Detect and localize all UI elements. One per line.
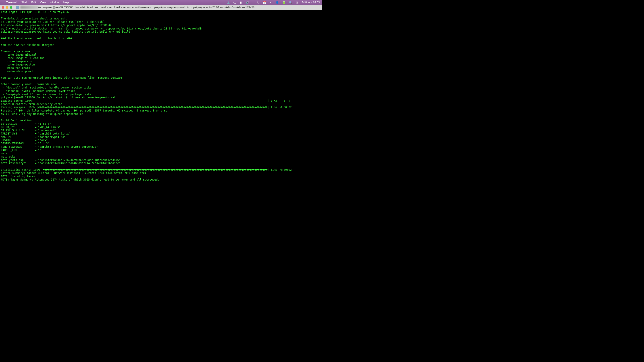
terminal-line — [1, 116, 321, 119]
terminal-line: NATIVELSBSTRING = "universal" — [1, 129, 321, 132]
terminal-line — [1, 79, 321, 83]
terminal-line: To update your account to use zsh, pleas… — [1, 20, 321, 24]
terminal-line: Loaded 0 entries from dependency cache. — [1, 103, 321, 106]
menu-edit[interactable]: Edit — [31, 1, 36, 4]
terminal-line: - 'devtool' and 'recipetool' handle comm… — [1, 86, 321, 89]
terminal-line: BB_VERSION = "1.52.0" — [1, 122, 321, 126]
terminal-line: pokyuser@aea48b293660:/workdir/rpi-build… — [1, 96, 321, 99]
terminal-note-line: NOTE: Executing Tasks — [1, 175, 321, 178]
terminal-line — [1, 165, 321, 168]
terminal-line: You can also run generated qemu images w… — [1, 76, 321, 79]
window-title: — pokyuser@aea48b293660: /workdir/rpi-bu… — [38, 6, 254, 9]
traffic-lights — [2, 6, 12, 9]
terminal-line: Other commonly useful commands are: — [1, 83, 321, 86]
menu-app[interactable]: Terminal — [6, 1, 17, 4]
terminal-line: You can now run 'bitbake <target>' — [1, 43, 321, 47]
menu-window[interactable]: Window — [50, 1, 59, 4]
terminal-line: BUILD_SYS = "x86_64-linux" — [1, 126, 321, 129]
terminal-line: core-image-minimal — [1, 53, 321, 56]
pause-icon[interactable]: ⏸ — [240, 1, 242, 4]
menu-shell[interactable]: Shell — [21, 1, 27, 4]
terminal-line: wp-2:~ walter.prechtl$ docker run --rm -… — [1, 27, 321, 30]
terminal-line: TARGET_SYS = "aarch64-poky-linux" — [1, 132, 321, 135]
terminal-line — [1, 73, 321, 76]
terminal-line: meta-poky — [1, 155, 321, 158]
menubar-left: Terminal Shell Edit View Window Help — [2, 1, 69, 4]
terminal-content[interactable]: Last login: Fri Apr 8 08:53:07 on ttys00… — [0, 10, 322, 181]
terminal-line: Sstate summary: Wanted 3 Local 1 Network… — [1, 171, 321, 175]
terminal-line: core-image-weston — [1, 63, 321, 66]
user-icon[interactable]: 👤 — [276, 1, 279, 4]
maximize-button[interactable] — [10, 6, 12, 9]
close-button[interactable] — [2, 6, 4, 9]
wifi-icon[interactable]: ᯤ — [270, 1, 272, 4]
terminal-line: Parsing recipes: 100% |#################… — [1, 106, 321, 109]
terminal-line — [1, 40, 321, 43]
terminal-line: meta — [1, 152, 321, 155]
minimize-button[interactable] — [6, 6, 8, 9]
terminal-line: - 'bitbake-layers' handles common layer … — [1, 89, 321, 93]
menu-help[interactable]: Help — [63, 1, 69, 4]
terminal-line: DISTRO_VERSION = "3.4.3" — [1, 142, 321, 145]
terminal-line: core-image-sato — [1, 60, 321, 63]
terminal-line — [1, 47, 321, 50]
terminal-note-line: NOTE: Tasks Summary: Attempted 3074 task… — [1, 178, 321, 181]
title-blurred-segment — [20, 6, 38, 9]
window-titlebar: — pokyuser@aea48b293660: /workdir/rpi-bu… — [0, 5, 322, 10]
terminal-line: Initialising tasks: 100% |##############… — [1, 168, 321, 172]
control-center-icon[interactable]: ⚙ — [296, 1, 298, 4]
terminal-line: meta-ide-support — [1, 70, 321, 73]
terminal-line: Common targets are: — [1, 50, 321, 53]
battery-icon[interactable]: 🔋 — [282, 1, 286, 4]
terminal-line: MACHINE = "raspberrypi4-64" — [1, 135, 321, 139]
terminal-line: - 'oe-pkgdata-util' handles common targe… — [1, 93, 321, 96]
folder-icon — [16, 6, 19, 9]
info-icon[interactable]: ⓘ — [234, 0, 236, 4]
terminal-line: Build Configuration: — [1, 119, 321, 122]
terminal-line: core-image-full-cmdline — [1, 56, 321, 60]
timemachine-icon[interactable]: ↻ — [257, 1, 260, 4]
docker-icon[interactable]: ⚓ — [227, 1, 230, 4]
terminal-line — [1, 14, 321, 17]
terminal-line: meta-yocto-bsp = "honister:a5dea17662d6e… — [1, 158, 321, 162]
search-icon[interactable]: 🔍 — [289, 1, 292, 4]
terminal-line: Last login: Fri Apr 8 08:53:07 on ttys00… — [1, 10, 321, 14]
date-icon[interactable]: 📅 — [263, 1, 266, 4]
terminal-line: meta-toolchain — [1, 66, 321, 70]
menubar-datetime[interactable]: Fri 8. Apr 09:03 — [302, 1, 320, 4]
terminal-line: The default interactive shell is now zsh… — [1, 17, 321, 20]
terminal-line: pokyuser@aea48b293660:/workdir$ source p… — [1, 30, 321, 33]
terminal-note-line: NOTE: Resolving any missing task queue d… — [1, 112, 321, 116]
terminal-line: ### Shell environment set up for builds.… — [1, 37, 321, 40]
terminal-line: TARGET_FPU = "" — [1, 149, 321, 152]
terminal-line: For more details, please visit https://s… — [1, 24, 321, 27]
terminal-line: Parsing of 864 .bb files complete (0 cac… — [1, 109, 321, 112]
terminal-line: Loading cache: 100% | | ETA: --:--:-- — [1, 99, 321, 103]
terminal-line — [1, 33, 321, 37]
bluetooth-icon[interactable]: ᛒ — [252, 1, 254, 4]
terminal-line: meta-raspberrypi = "honister:378d4b6e7ba… — [1, 162, 321, 165]
menubar: Terminal Shell Edit View Window Help ⚓ ⓘ… — [0, 0, 322, 5]
terminal-line: DISTRO = "poky" — [1, 139, 321, 142]
terminal-line: TUNE_FEATURES = "aarch64 armv8a crc cryp… — [1, 145, 321, 149]
menubar-right: ⚓ ⓘ ⏸ 🔊 ᛒ ↻ 📅 ᯤ 👤 🔋 🔍 ⚙ Fri 8. Apr 09:03 — [227, 0, 320, 4]
menu-view[interactable]: View — [40, 1, 46, 4]
volume-icon[interactable]: 🔊 — [246, 1, 249, 4]
